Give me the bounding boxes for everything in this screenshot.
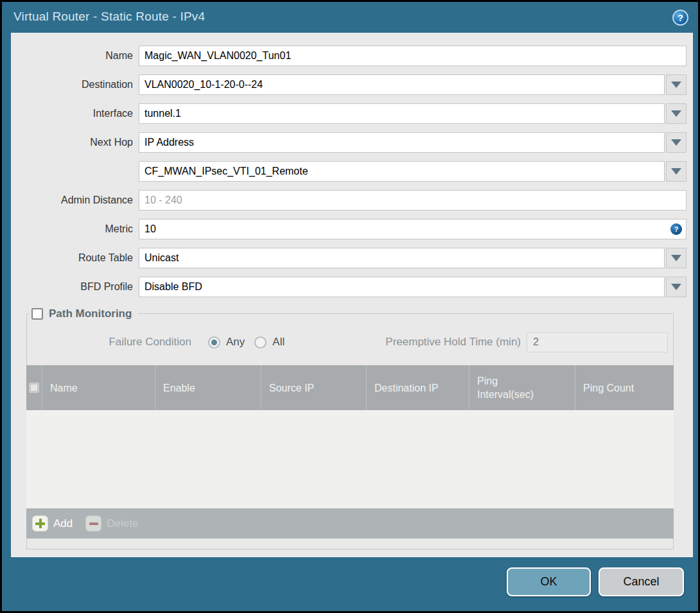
interface-dropdown-button[interactable] [666, 103, 687, 124]
next-hop-address-label [11, 161, 139, 182]
title-bar: Virtual Router - Static Route - IPv4 ? [2, 2, 698, 33]
route-table-input[interactable] [139, 248, 665, 268]
plus-icon [32, 515, 48, 531]
path-monitoring-section: Path Monitoring Failure Condition Any Al… [26, 313, 674, 549]
add-button[interactable]: Add [32, 515, 73, 531]
chevron-down-icon [671, 139, 681, 146]
static-route-dialog: Virtual Router - Static Route - IPv4 ? N… [0, 0, 700, 613]
admin-distance-input[interactable] [139, 190, 687, 211]
help-icon[interactable]: ? [672, 10, 688, 26]
failure-condition-label: Failure Condition [27, 336, 198, 349]
dialog-body: Name Destination Interface Next Hop [11, 33, 693, 557]
next-hop-address-dropdown-button[interactable] [666, 161, 687, 182]
failure-condition-all-radio[interactable] [254, 336, 267, 349]
select-all-cell [26, 365, 42, 410]
next-hop-label: Next Hop [11, 132, 139, 153]
metric-label: Metric [11, 219, 139, 239]
interface-input[interactable] [139, 103, 665, 124]
field-row-next-hop-address [11, 161, 687, 182]
name-input[interactable] [139, 46, 687, 66]
table-header: Name Enable Source IP Destination IP Pin… [26, 365, 674, 410]
field-row-next-hop: Next Hop [11, 132, 687, 153]
chevron-down-icon [671, 110, 681, 117]
table-toolbar: Add Delete [26, 508, 674, 539]
minus-icon [85, 515, 101, 531]
column-header-destination-ip: Destination IP [366, 365, 469, 410]
destination-label: Destination [11, 74, 139, 95]
dialog-title: Virtual Router - Static Route - IPv4 [13, 2, 205, 31]
preemptive-hold-time-label: Preemptive Hold Time (min) [385, 336, 527, 349]
bfd-profile-input[interactable] [139, 277, 665, 297]
failure-condition-row: Failure Condition Any All Preemptive Hol… [27, 332, 668, 352]
column-header-name: Name [42, 365, 155, 410]
destination-input[interactable] [139, 74, 665, 95]
failure-condition-any-label: Any [226, 336, 245, 349]
next-hop-type-input[interactable] [139, 132, 665, 153]
column-header-ping-count: Ping Count [575, 365, 674, 410]
bfd-profile-dropdown-button[interactable] [666, 277, 687, 297]
field-row-interface: Interface [11, 103, 687, 124]
destination-dropdown-button[interactable] [666, 74, 687, 95]
column-header-ping-interval: Ping Interval(sec) [469, 365, 575, 410]
add-button-label: Add [53, 517, 73, 530]
path-monitoring-table: Name Enable Source IP Destination IP Pin… [26, 365, 674, 539]
admin-distance-label: Admin Distance [11, 190, 139, 211]
select-all-checkbox[interactable] [29, 383, 39, 393]
bfd-profile-label: BFD Profile [11, 277, 139, 297]
metric-input[interactable] [139, 219, 687, 239]
cancel-button[interactable]: Cancel [599, 567, 684, 596]
delete-button-label: Delete [107, 517, 138, 530]
field-row-name: Name [11, 46, 687, 66]
chevron-down-icon [671, 284, 681, 290]
table-body-empty [26, 410, 674, 508]
interface-label: Interface [11, 103, 139, 124]
ok-button[interactable]: OK [507, 567, 591, 596]
route-table-dropdown-button[interactable] [666, 248, 687, 268]
column-header-enable: Enable [155, 365, 261, 410]
field-row-route-table: Route Table [11, 248, 687, 268]
field-row-destination: Destination [11, 74, 687, 95]
chevron-down-icon [671, 82, 681, 88]
path-monitoring-checkbox[interactable] [31, 308, 43, 320]
field-row-bfd-profile: BFD Profile [11, 277, 687, 297]
path-monitoring-title: Path Monitoring [49, 307, 132, 320]
route-table-label: Route Table [11, 248, 139, 268]
failure-condition-any-radio[interactable] [208, 336, 220, 349]
chevron-down-icon [671, 255, 681, 261]
name-label: Name [11, 46, 139, 66]
failure-condition-all-label: All [272, 336, 284, 349]
delete-button[interactable]: Delete [85, 515, 138, 531]
metric-help-icon[interactable]: ? [670, 223, 682, 235]
field-row-admin-distance: Admin Distance [11, 190, 687, 211]
next-hop-address-input[interactable] [139, 161, 665, 182]
preemptive-hold-time-input[interactable] [527, 332, 668, 352]
column-header-source-ip: Source IP [261, 365, 366, 410]
chevron-down-icon [671, 168, 681, 175]
field-row-metric: Metric ? [11, 219, 687, 239]
path-monitoring-legend: Path Monitoring [30, 306, 138, 322]
next-hop-type-dropdown-button[interactable] [666, 132, 687, 153]
